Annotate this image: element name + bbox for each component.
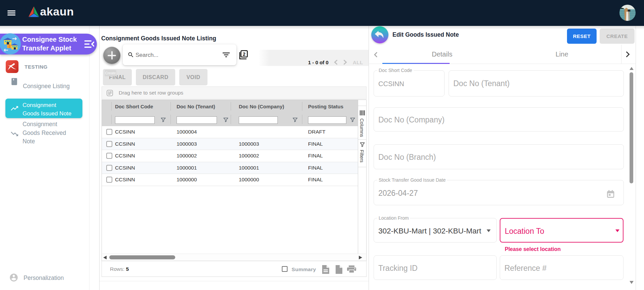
- svg-text:2: 2: [243, 51, 245, 57]
